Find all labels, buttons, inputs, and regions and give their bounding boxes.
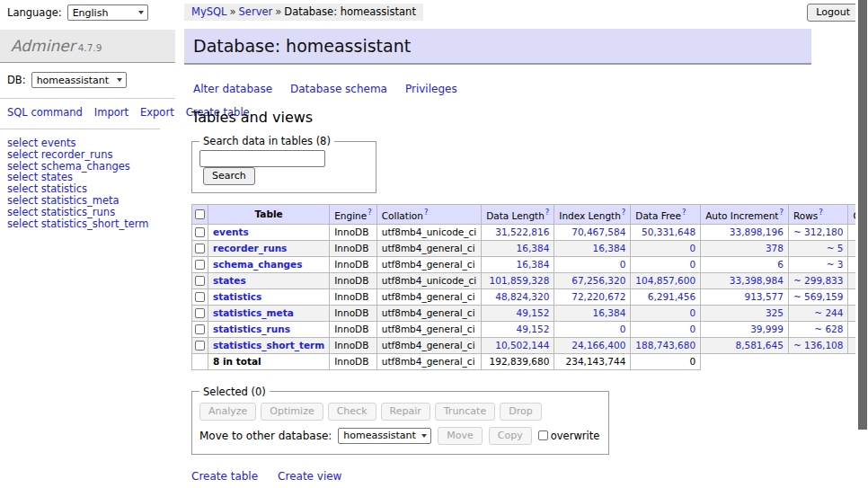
- data-free-link[interactable]: 50,331,648: [635, 226, 695, 238]
- row-checkbox[interactable]: [195, 308, 205, 318]
- index-length-link[interactable]: 16,384: [559, 307, 625, 319]
- bulk-action-button[interactable]: Repair: [381, 403, 430, 421]
- sidebar-select-table-link[interactable]: select statistics_short_term: [7, 218, 168, 230]
- data-free-link[interactable]: 104,857,600: [635, 275, 695, 287]
- rows-count-link[interactable]: ~ 569,159: [793, 291, 844, 303]
- column-help-link[interactable]: ?: [819, 208, 823, 217]
- database-action-link[interactable]: Alter database: [193, 83, 272, 95]
- column-help-link[interactable]: ?: [682, 208, 686, 217]
- column-help-link[interactable]: ?: [622, 208, 626, 217]
- bulk-action-button[interactable]: Analyze: [199, 403, 256, 421]
- database-action-link[interactable]: Privileges: [405, 83, 457, 95]
- index-length-link[interactable]: 24,166,400: [559, 340, 625, 351]
- scrollbar-thumb[interactable]: [858, 0, 867, 430]
- data-free-link[interactable]: 188,743,680: [635, 340, 695, 351]
- table-name-link[interactable]: schema_changes: [213, 259, 303, 270]
- row-checkbox[interactable]: [195, 324, 205, 334]
- rows-count-link[interactable]: ~ 299,833: [793, 275, 844, 287]
- sidebar-select-table-link[interactable]: select recorder_runs: [7, 149, 168, 161]
- breadcrumb: MySQL»Server»Database: homeassistant: [184, 4, 423, 21]
- row-checkbox[interactable]: [195, 276, 205, 286]
- overwrite-checkbox[interactable]: [538, 430, 548, 440]
- row-checkbox[interactable]: [195, 260, 205, 270]
- select-all-checkbox[interactable]: [195, 209, 205, 219]
- data-free-link[interactable]: 0: [635, 259, 695, 271]
- search-input[interactable]: [199, 150, 325, 167]
- auto-increment-link[interactable]: 6: [705, 259, 784, 271]
- column-help-link[interactable]: ?: [368, 208, 372, 217]
- create-link[interactable]: Create view: [278, 470, 341, 483]
- data-length-link[interactable]: 16,384: [486, 259, 549, 271]
- data-length-link[interactable]: 48,824,320: [486, 291, 549, 303]
- sidebar-select-table-link[interactable]: select events: [7, 138, 168, 149]
- index-length-link[interactable]: 0: [559, 324, 625, 335]
- sidebar-select-table-link[interactable]: select statistics_runs: [7, 207, 168, 218]
- column-help-link[interactable]: ?: [545, 208, 550, 217]
- sidebar-select-table-link[interactable]: select statistics_meta: [7, 195, 168, 207]
- bulk-action-button[interactable]: Optimize: [261, 403, 323, 421]
- auto-increment-link[interactable]: 39,999: [705, 324, 784, 335]
- move-button[interactable]: Move: [438, 427, 483, 445]
- table-row: statistics_short_term InnoDB utf8mb4_gen…: [192, 337, 868, 353]
- breadcrumb-mysql-link[interactable]: MySQL: [191, 5, 227, 18]
- sidebar-action-link[interactable]: Export: [140, 106, 174, 119]
- db-select[interactable]: homeassistant: [31, 72, 127, 88]
- search-button[interactable]: Search: [203, 167, 255, 185]
- data-length-link[interactable]: 10,502,144: [486, 340, 549, 351]
- column-help-link[interactable]: ?: [424, 208, 429, 217]
- data-length-link[interactable]: 49,152: [486, 324, 549, 335]
- sidebar-action-link[interactable]: Import: [94, 106, 128, 119]
- auto-increment-link[interactable]: 325: [705, 307, 784, 319]
- sidebar-action-link[interactable]: SQL command: [7, 106, 83, 119]
- table-name-link[interactable]: events: [213, 226, 249, 237]
- rows-count-link[interactable]: ~ 312,180: [793, 226, 844, 238]
- index-length-link[interactable]: 67,256,320: [559, 275, 625, 287]
- language-select[interactable]: English: [67, 4, 148, 21]
- auto-increment-link[interactable]: 913,577: [705, 291, 784, 303]
- table-name-link[interactable]: statistics_meta: [213, 307, 294, 318]
- vertical-scrollbar[interactable]: [855, 0, 868, 488]
- data-length-link[interactable]: 101,859,328: [486, 275, 549, 287]
- table-name-link[interactable]: states: [213, 275, 246, 286]
- data-free-link[interactable]: 0: [635, 324, 695, 335]
- rows-count-link[interactable]: ~ 136,108: [793, 340, 844, 351]
- rows-count-link[interactable]: ~ 244: [793, 307, 844, 319]
- copy-button[interactable]: Copy: [489, 427, 532, 445]
- index-length-link[interactable]: 72,220,672: [559, 291, 625, 303]
- auto-increment-link[interactable]: 33,898,196: [705, 226, 784, 238]
- row-checkbox[interactable]: [195, 227, 205, 237]
- index-length-link[interactable]: 70,467,584: [559, 226, 625, 238]
- data-free-link[interactable]: 0: [635, 243, 695, 254]
- rows-count-link[interactable]: ~ 3: [793, 259, 844, 271]
- rows-count-link[interactable]: ~ 5: [793, 243, 844, 254]
- row-checkbox[interactable]: [195, 292, 205, 302]
- table-name-link[interactable]: recorder_runs: [213, 243, 287, 253]
- row-checkbox[interactable]: [195, 244, 205, 253]
- column-help-link[interactable]: ?: [779, 208, 784, 217]
- data-length-link[interactable]: 16,384: [486, 243, 549, 254]
- adminer-logo-link[interactable]: Adminer: [11, 37, 75, 55]
- row-checkbox[interactable]: [195, 341, 205, 350]
- data-free-link[interactable]: 0: [635, 307, 695, 319]
- auto-increment-link[interactable]: 8,581,645: [705, 340, 784, 351]
- index-length-link[interactable]: 0: [559, 259, 625, 271]
- database-action-link[interactable]: Database schema: [290, 83, 387, 95]
- logout-button[interactable]: Logout: [807, 4, 859, 22]
- bulk-action-button[interactable]: Drop: [500, 403, 541, 421]
- table-name-link[interactable]: statistics_short_term: [213, 340, 324, 350]
- table-name-link[interactable]: statistics: [213, 291, 261, 302]
- move-db-select[interactable]: homeassistant: [338, 428, 431, 444]
- bulk-action-button[interactable]: Truncate: [435, 403, 495, 421]
- auto-increment-link[interactable]: 33,398,984: [705, 275, 784, 287]
- create-link[interactable]: Create table: [191, 470, 258, 483]
- auto-increment-link[interactable]: 378: [705, 243, 784, 254]
- column-header: Index Length?: [554, 205, 631, 225]
- bulk-action-button[interactable]: Check: [328, 403, 376, 421]
- data-length-link[interactable]: 49,152: [486, 307, 549, 319]
- breadcrumb-server-link[interactable]: Server: [239, 5, 273, 18]
- rows-count-link[interactable]: ~ 628: [793, 324, 844, 335]
- data-length-link[interactable]: 31,522,816: [486, 226, 549, 238]
- data-free-link[interactable]: 6,291,456: [635, 291, 695, 303]
- table-name-link[interactable]: statistics_runs: [213, 324, 290, 334]
- index-length-link[interactable]: 16,384: [559, 243, 625, 254]
